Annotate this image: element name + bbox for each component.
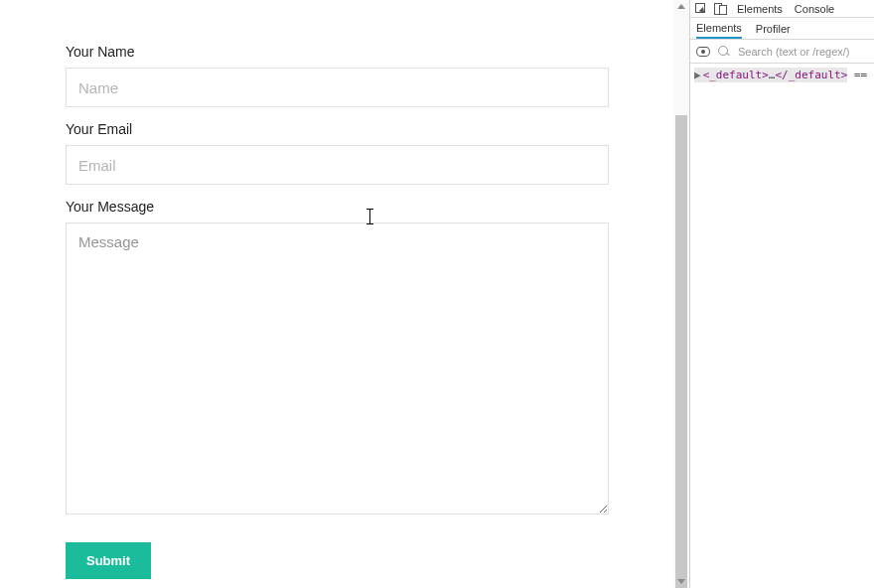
devtools-searchbar: Search (text or /regex/): [690, 40, 874, 64]
inspect-element-icon[interactable]: [694, 2, 708, 16]
subtab-elements[interactable]: Elements: [696, 19, 742, 39]
devtools-dom-tree[interactable]: ▶<_default>…</_default> == $r: [690, 64, 874, 86]
email-input[interactable]: [66, 145, 609, 185]
message-label: Your Message: [66, 199, 608, 215]
page-scrollbar[interactable]: [673, 0, 689, 588]
message-textarea[interactable]: [66, 222, 609, 514]
eye-icon[interactable]: [696, 47, 710, 57]
tree-equals: ==: [847, 69, 874, 81]
tree-node-default[interactable]: ▶<_default>…</_default>: [694, 68, 847, 82]
scroll-down-arrow-icon[interactable]: [677, 579, 685, 584]
devtools-panel: Elements Console Elements Profiler Searc…: [689, 0, 874, 588]
email-label: Your Email: [66, 121, 608, 137]
tab-elements[interactable]: Elements: [734, 3, 786, 15]
devtools-search-input[interactable]: Search (text or /regex/): [738, 46, 850, 58]
name-label: Your Name: [66, 44, 608, 60]
subtab-profiler[interactable]: Profiler: [756, 20, 791, 38]
contact-form: Your Name Your Email Your Message Submit: [0, 0, 673, 579]
devtools-subtabs: Elements Profiler: [690, 18, 874, 40]
search-icon[interactable]: [718, 46, 730, 58]
page-content: Your Name Your Email Your Message Submit: [0, 0, 673, 588]
name-input[interactable]: [66, 68, 609, 107]
tab-console[interactable]: Console: [792, 3, 837, 15]
devtools-topbar: Elements Console: [690, 0, 874, 18]
scroll-up-arrow-icon[interactable]: [677, 4, 685, 9]
device-toggle-icon[interactable]: [714, 2, 728, 16]
scrollbar-thumb[interactable]: [675, 115, 687, 588]
scrollbar-track[interactable]: [675, 14, 687, 574]
submit-button[interactable]: Submit: [66, 542, 151, 579]
tree-expand-icon[interactable]: ▶: [694, 69, 701, 81]
